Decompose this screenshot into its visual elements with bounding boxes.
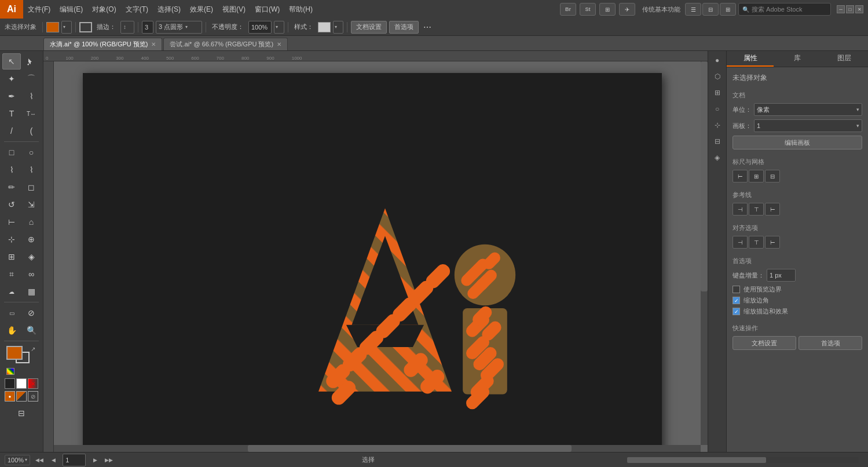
canvas-scrollbar-horizontal[interactable]: [54, 445, 701, 452]
zoom-tool[interactable]: 🔍: [22, 322, 41, 338]
menu-select[interactable]: 选择(S): [153, 0, 185, 19]
pencil-tool[interactable]: ✏: [2, 179, 21, 195]
menu-file[interactable]: 文件(F): [23, 0, 55, 19]
tab-changshi[interactable]: 尝试.ai* @ 66.67% (RGB/GPU 预览) ✕: [163, 38, 288, 50]
swap-fill-stroke[interactable]: ↗: [31, 346, 35, 352]
panel-color-icon[interactable]: ●: [710, 53, 724, 67]
artboard-tool[interactable]: ▭: [2, 305, 21, 321]
panel-library-icon[interactable]: ⬡: [710, 70, 724, 83]
panel-appear-icon[interactable]: ◈: [710, 151, 724, 165]
selection-tool[interactable]: ↖: [2, 53, 21, 70]
blob-brush-tool[interactable]: ⌇: [22, 162, 41, 178]
menu-text[interactable]: 文字(T): [121, 0, 153, 19]
shape-builder-tool[interactable]: ⊕: [22, 231, 41, 247]
ruler-icon[interactable]: ⊢: [733, 170, 748, 183]
menu-view[interactable]: 视图(V): [218, 0, 250, 19]
panel-tab-layers[interactable]: 图层: [821, 51, 868, 67]
free-transform-tool[interactable]: ⊹: [2, 231, 21, 247]
maximize-button[interactable]: □: [846, 5, 854, 13]
nav-prev-button[interactable]: ◀: [49, 455, 58, 465]
scale-strokes-checkbox[interactable]: ✓: [733, 297, 740, 304]
zoom-select[interactable]: 100% ▾: [5, 455, 30, 465]
ellipse-tool[interactable]: ○: [22, 144, 41, 160]
menu-object[interactable]: 对象(O): [87, 0, 120, 19]
preferences-quick-button[interactable]: 首选项: [799, 336, 862, 350]
swatch-white[interactable]: [16, 378, 27, 389]
align-right-icon[interactable]: ⊢: [765, 236, 780, 249]
nav-start-button[interactable]: ◀◀: [35, 455, 44, 465]
opacity-arrow[interactable]: ▾: [274, 21, 284, 34]
doc-setup-quick-button[interactable]: 文档设置: [733, 336, 796, 350]
tab-changshi-close[interactable]: ✕: [277, 41, 281, 48]
search-stock[interactable]: 🔍 搜索 Adobe Stock: [738, 3, 831, 16]
preferences-button[interactable]: 首选项: [389, 21, 419, 34]
type-tool[interactable]: T: [2, 105, 21, 122]
gradient-mode[interactable]: [16, 391, 27, 402]
menu-window[interactable]: 窗口(W): [250, 0, 284, 19]
rectangle-tool[interactable]: □: [2, 144, 21, 160]
warp-tool[interactable]: ⌂: [22, 214, 41, 230]
share-icon[interactable]: ✈: [619, 3, 635, 16]
panel-circle-icon[interactable]: ○: [710, 102, 724, 116]
use-preview-bounds-checkbox[interactable]: [733, 286, 740, 293]
align-center-icon[interactable]: ⊤: [749, 236, 764, 249]
eyedropper-tool[interactable]: ⌗: [2, 266, 21, 282]
nav-next-button[interactable]: ▶: [90, 455, 100, 465]
guide-icon-3[interactable]: ⊢: [765, 203, 780, 216]
guide-icon-2[interactable]: ⊤: [749, 203, 764, 216]
unit-select[interactable]: 像素 ▾: [754, 103, 862, 116]
close-button[interactable]: ✕: [855, 5, 863, 13]
style-arrow[interactable]: ▾: [333, 21, 343, 34]
guide-icon-1[interactable]: ⊣: [733, 203, 748, 216]
artboard-select[interactable]: 1 ▾: [754, 119, 862, 132]
edit-artboard-button[interactable]: 编辑画板: [733, 136, 862, 149]
none-mode[interactable]: ⊘: [28, 391, 38, 402]
none-fill[interactable]: [6, 368, 14, 375]
scale-effects-checkbox[interactable]: ✓: [733, 308, 740, 315]
fill-arrow[interactable]: ▾: [61, 21, 72, 34]
panel-transform-icon[interactable]: ⊟: [710, 134, 724, 148]
rotate-tool[interactable]: ↺: [2, 196, 21, 213]
align-left-icon[interactable]: ⊣: [733, 236, 748, 249]
grid-icon[interactable]: ⊞: [749, 170, 764, 183]
fill-box[interactable]: [6, 346, 23, 360]
paintbrush-tool[interactable]: ⌇: [2, 162, 21, 178]
hand-tool[interactable]: ✋: [2, 322, 21, 338]
eraser-tool[interactable]: ◻: [22, 179, 41, 195]
swatch-none[interactable]: ✕: [28, 378, 38, 389]
column-graph-tool[interactable]: ▦: [22, 283, 41, 300]
menu-edit[interactable]: 编辑(E): [55, 0, 87, 19]
arc-tool[interactable]: (: [22, 123, 41, 139]
bridge-icon[interactable]: Br: [560, 3, 576, 16]
menu-effect[interactable]: 效果(E): [185, 0, 218, 19]
width-tool[interactable]: ⊢: [2, 214, 21, 230]
stroke-weight[interactable]: ↕: [120, 21, 134, 34]
magic-wand-tool[interactable]: ✦: [2, 71, 21, 87]
panel-toggle-icon[interactable]: ⊟: [702, 3, 719, 16]
doc-setup-button[interactable]: 文档设置: [351, 21, 387, 34]
blend-tool[interactable]: ∞: [22, 266, 41, 282]
lasso-tool[interactable]: ⌒: [22, 71, 41, 87]
minimize-button[interactable]: ─: [837, 5, 845, 13]
swatch-black[interactable]: [5, 378, 15, 389]
panel-tab-properties[interactable]: 属性: [727, 51, 774, 67]
canvas-viewport[interactable]: [54, 61, 701, 445]
tab-shuidi-close[interactable]: ✕: [151, 41, 156, 48]
canvas-scrollbar-vertical[interactable]: [701, 61, 708, 445]
curvature-tool[interactable]: ⌇: [22, 88, 41, 104]
arrange-icon[interactable]: ⊞: [599, 3, 616, 16]
menu-help[interactable]: 帮助(H): [284, 0, 317, 19]
pen-tool[interactable]: ✒: [2, 88, 21, 104]
line-segment-tool[interactable]: /: [2, 123, 21, 139]
stroke-swatch[interactable]: [79, 22, 92, 32]
workspace-menu-icon[interactable]: ☰: [685, 3, 701, 16]
color-mode[interactable]: ●: [5, 391, 15, 402]
style-swatch[interactable]: [318, 22, 331, 32]
scale-tool[interactable]: ⇲: [22, 196, 41, 213]
tab-shuidi[interactable]: 水滴.ai* @ 100% (RGB/GPU 预览) ✕: [43, 38, 162, 50]
slice-tool[interactable]: ⊘: [22, 305, 41, 321]
panel-align-icon[interactable]: ⊹: [710, 118, 724, 132]
point-shape-select[interactable]: 3 点圆形 ▾: [156, 21, 202, 34]
keyboard-increment-input[interactable]: 1 px: [767, 269, 796, 282]
mesh-tool[interactable]: ⊞: [2, 249, 21, 265]
